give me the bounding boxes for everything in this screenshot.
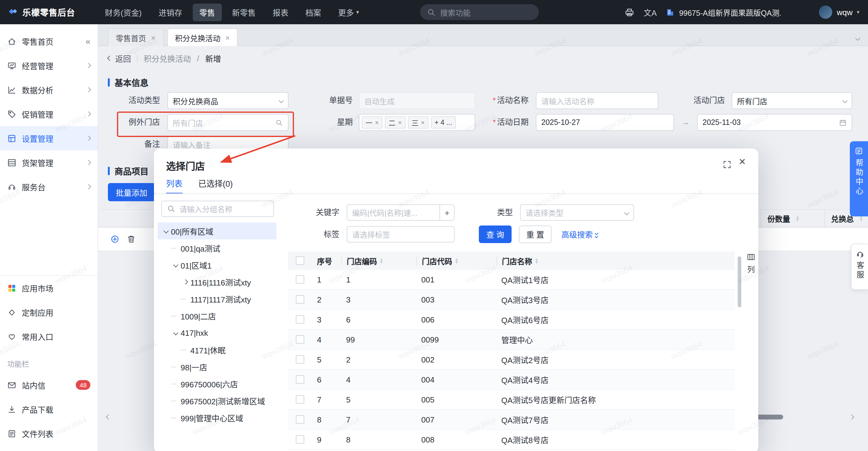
tree-expand-icon[interactable] [171,331,181,335]
help-center-button[interactable]: 帮助中心 [850,141,868,216]
sidebar-item-3[interactable]: 促销管理 [0,102,98,126]
nav-item-5[interactable]: 档案 [299,3,328,21]
week-tag-0[interactable]: 一× [362,116,382,128]
activity-type-select[interactable]: 积分兑换商品 [167,92,288,109]
close-tab-icon[interactable]: × [151,33,155,42]
page-tab-0[interactable]: 零售首页× [108,29,163,46]
table-row-0[interactable]: 11001QA测试1号店 [288,270,735,290]
page-tab-1[interactable]: 积分兑换活动× [167,29,238,46]
advanced-search-link[interactable]: 高级搜索 [561,226,598,243]
nav-item-2[interactable]: 零售 [192,3,221,21]
company-selector[interactable]: 99675-A组新界面果蔬版QA测... [666,6,781,18]
activity-name-input[interactable]: 请输入活动名称 [536,92,658,109]
row-checkbox[interactable] [296,275,304,284]
table-row-8[interactable]: 98008QA测试8号店 [288,430,735,450]
sort-icon[interactable]: ▲▼ [535,257,538,264]
nav-item-6[interactable]: 更多▾ [332,3,366,21]
sidebar-bottom-item-1[interactable]: 产品下载 [0,397,98,421]
row-checkbox[interactable] [296,435,304,444]
table-row-5[interactable]: 64004QA测试4号店 [288,370,735,390]
table-row-6[interactable]: 75005QA测试5号店更新门店名称 [288,390,735,410]
translate-icon[interactable]: 文A [644,6,657,18]
back-button[interactable]: 返回 [108,53,131,64]
tree-node-10[interactable]: 99675002|测试新增区域 [158,392,276,409]
table-row-3[interactable]: 4990099管理中心 [288,330,735,350]
table-row-7[interactable]: 87007QA测试7号店 [288,410,735,430]
week-more-tag[interactable]: + 4 ... [431,116,456,128]
sidebar-secondary-item-2[interactable]: 常用入口 [0,324,98,349]
row-checkbox[interactable] [296,375,304,384]
sidebar-bottom-item-0[interactable]: 站内信48 [0,373,98,397]
tree-node-6[interactable]: 417|hxk [158,324,276,341]
table-row-2[interactable]: 36006QA测试6号店 [288,310,735,330]
tree-expand-icon[interactable] [171,263,181,267]
exception-store-input[interactable]: 所有门店 [167,114,288,131]
sidebar-secondary-item-1[interactable]: 定制应用 [0,300,98,324]
sidebar-item-1[interactable]: 经营管理 [0,53,98,78]
sidebar-item-5[interactable]: 货架管理 [0,150,98,175]
nav-item-1[interactable]: 进销存 [152,3,189,21]
row-checkbox[interactable] [296,395,304,404]
scroll-right-icon[interactable] [850,415,854,419]
date-start-input[interactable]: 2025-10-27 [536,114,674,131]
app-logo[interactable]: 乐檬零售后台 [8,6,98,18]
fullscreen-icon[interactable] [722,160,732,169]
tab-list-chevron-icon[interactable] [856,33,860,42]
breadcrumb-parent[interactable]: 积分兑换活动 [144,53,191,64]
sidebar-item-6[interactable]: 服务台 [0,175,98,199]
row-checkbox[interactable] [296,335,304,344]
sort-icon[interactable]: ▲▼ [796,215,800,221]
batch-add-button[interactable]: 批量添加 [108,183,155,201]
tree-node-7[interactable]: 4171|休眠 [158,341,276,358]
query-button[interactable]: 查 询 [479,226,512,243]
group-search-input[interactable]: 请输入分组名称 [161,201,274,217]
column-settings-button[interactable]: 列 [745,253,757,275]
sort-icon[interactable]: ▲▼ [379,257,383,264]
table-row-4[interactable]: 52002QA测试2号店 [288,350,735,370]
remove-tag-icon[interactable]: × [375,119,379,126]
tree-node-0[interactable]: 00|所有区域 [158,222,276,239]
tree-node-1[interactable]: 001|qa测试 [158,239,276,257]
user-menu[interactable]: wqw ▾ [819,5,860,19]
customer-service-button[interactable]: 客服 [851,244,868,290]
tree-node-2[interactable]: 01|区域1 [158,257,276,273]
tree-node-4[interactable]: 1117|1117测试xty [158,290,276,307]
tag-input[interactable]: 请选择标签 [347,226,455,242]
sidebar-item-0[interactable]: 零售首页« [0,29,98,53]
close-tab-icon[interactable]: × [225,33,230,42]
type-select[interactable]: 请选择类型 [520,204,634,221]
scroll-left-icon[interactable] [107,415,110,419]
week-tag-2[interactable]: 三× [408,116,429,128]
sidebar-item-4[interactable]: 设置管理 [0,126,98,150]
date-end-input[interactable]: 2025-11-03 [697,114,852,131]
collapse-sidebar-icon[interactable]: « [86,36,90,46]
modal-tab-0[interactable]: 列表 [166,176,182,194]
select-all-checkbox[interactable] [296,257,304,265]
delete-row-icon[interactable] [127,235,136,244]
add-keyword-button[interactable]: + [439,205,454,220]
sidebar-item-2[interactable]: 数据分析 [0,78,98,102]
modal-tab-1[interactable]: 已选择(0) [198,176,233,194]
vertical-scrollbar[interactable] [738,257,741,307]
horizontal-scrollbar[interactable] [754,415,783,419]
sort-icon[interactable]: ▲▼ [455,257,459,264]
reset-button[interactable]: 重 置 [519,226,552,243]
row-checkbox[interactable] [296,315,304,324]
remove-tag-icon[interactable]: × [421,119,425,126]
remove-tag-icon[interactable]: × [398,119,402,126]
activity-store-select[interactable]: 所有门店 [732,92,852,109]
row-checkbox[interactable] [296,415,304,424]
sidebar-secondary-item-0[interactable]: 应用市场 [0,276,98,300]
tree-expand-icon[interactable] [161,229,171,233]
nav-item-0[interactable]: 财务(资金) [98,3,148,21]
tree-node-8[interactable]: 98|一店 [158,358,276,375]
week-multiselect[interactable]: 一×二×三×+ 4 ... [359,114,475,131]
keyword-input[interactable]: 编码|代码|名称|速... + [347,204,455,221]
tree-node-11[interactable]: 999|管理中心区域 [158,409,276,426]
row-checkbox[interactable] [296,355,304,364]
tree-collapse-icon[interactable] [181,280,190,284]
nav-item-3[interactable]: 新零售 [225,3,262,21]
tree-node-5[interactable]: 1009|二店 [158,307,276,324]
tree-node-3[interactable]: 1116|1116测试xty [158,273,276,290]
sidebar-bottom-item-2[interactable]: 文件列表 [0,421,98,446]
